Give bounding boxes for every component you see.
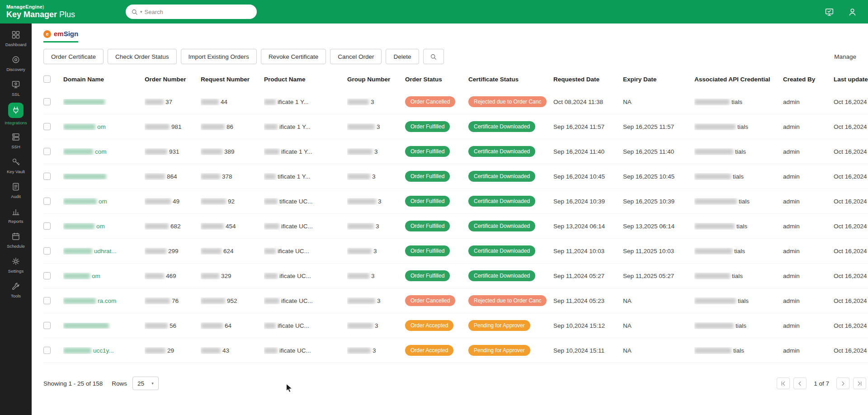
sidebar-item-discovery[interactable]: Discovery	[0, 51, 32, 76]
cancel-order-button[interactable]: Cancel Order	[330, 49, 382, 64]
search-scope-chevron-icon[interactable]: ▾	[140, 9, 142, 14]
redacted-text	[63, 124, 95, 130]
sidebar-item-integrations[interactable]: Integrations	[0, 101, 32, 128]
import-existing-orders-button[interactable]: Import Existing Orders	[181, 49, 257, 64]
toolbar-search-button[interactable]	[423, 49, 444, 64]
sidebar-item-audit[interactable]: Audit	[0, 178, 32, 203]
column-header-domain-name[interactable]: Domain Name	[63, 76, 145, 83]
group-number: 3	[374, 148, 378, 155]
domain-link[interactable]: om	[99, 198, 107, 205]
table-row: ucc1y...2943ificate UC...3Order Accepted…	[43, 338, 868, 363]
sidebar-item-settings[interactable]: Settings	[0, 253, 32, 278]
group-number: 3	[377, 297, 381, 304]
product-name: ificate UC...	[278, 322, 309, 329]
table-row: udhrat...299624ificate UC...3Order Fulfi…	[43, 239, 868, 264]
prev-page-button[interactable]	[793, 377, 807, 389]
manage-link[interactable]: Manage	[834, 53, 856, 60]
expiry-date: Sep 16,2025 11:40	[623, 148, 674, 155]
calendar-icon	[11, 231, 21, 241]
last-updated: Oct 16,2024	[834, 148, 867, 155]
column-header-expiry-date[interactable]: Expiry Date	[623, 76, 694, 83]
redacted-text	[63, 99, 105, 105]
expiry-date: Sep 16,2025 10:45	[623, 173, 675, 180]
tab-emsign[interactable]: e emSign	[43, 30, 78, 42]
sidebar-item-dashboard[interactable]: Dashboard	[0, 26, 32, 51]
sidebar-item-reports[interactable]: Reports	[0, 203, 32, 228]
chevron-down-icon: ▾	[151, 381, 154, 386]
column-header-request-number[interactable]: Request Number	[201, 76, 264, 83]
certificate-status-badge: Certificate Downloaded	[468, 270, 535, 281]
expiry-date: NA	[623, 347, 632, 354]
expiry-date: Sep 13,2025 06:14	[623, 223, 675, 230]
domain-link[interactable]: udhrat...	[94, 248, 117, 255]
column-header-certificate-status[interactable]: Certificate Status	[468, 76, 553, 83]
redacted-text	[145, 149, 167, 155]
expiry-date: NA	[623, 297, 632, 304]
redacted-text	[63, 198, 97, 204]
certificate-status-badge: Rejected due to Order Canc	[468, 96, 547, 107]
column-header-order-status[interactable]: Order Status	[405, 76, 468, 83]
sidebar-item-ssh[interactable]: SSH	[0, 128, 32, 153]
row-checkbox[interactable]	[43, 297, 51, 304]
expiry-date: Sep 11,2025 05:27	[623, 273, 674, 279]
table-footer: Showing 1 - 25 of 158 Rows 25 ▾ 1 of 7	[43, 377, 866, 390]
sidebar-item-ssl[interactable]: SSL	[0, 76, 32, 101]
created-by: admin	[783, 297, 800, 304]
column-header-last-updated[interactable]: Last updated	[834, 76, 868, 83]
redacted-text	[347, 124, 375, 130]
domain-link[interactable]: om	[96, 223, 105, 230]
domain-link[interactable]: om	[92, 273, 100, 279]
api-credential: tials	[733, 347, 744, 354]
requested-date: Sep 11,2024 05:27	[553, 273, 604, 279]
revoke-certificate-button[interactable]: Revoke Certificate	[261, 49, 326, 64]
brand-product-name: Key Manager	[6, 10, 57, 19]
order-certificate-button[interactable]: Order Certificate	[43, 49, 104, 64]
last-page-button[interactable]	[853, 377, 866, 389]
domain-link[interactable]: ucc1y...	[93, 347, 114, 354]
domain-link[interactable]: om	[97, 123, 106, 130]
row-checkbox[interactable]	[43, 322, 51, 329]
row-checkbox[interactable]	[43, 272, 51, 279]
main-content: e emSign Order CertificateCheck Order St…	[32, 0, 868, 390]
sidebar-item-key-vault[interactable]: Key Vault	[0, 153, 32, 178]
row-checkbox[interactable]	[43, 247, 51, 255]
domain-link[interactable]: ra.com	[98, 297, 116, 304]
column-header-group-number[interactable]: Group Number	[347, 76, 405, 83]
row-checkbox[interactable]	[43, 148, 51, 155]
check-order-status-button[interactable]: Check Order Status	[108, 49, 177, 64]
column-header-order-number[interactable]: Order Number	[145, 76, 201, 83]
row-checkbox[interactable]	[43, 347, 51, 354]
row-checkbox[interactable]	[43, 222, 51, 230]
column-header-requested-date[interactable]: Requested Date	[553, 76, 623, 83]
global-search[interactable]: ▾	[126, 5, 257, 19]
row-checkbox[interactable]	[43, 173, 51, 180]
monitor-icon[interactable]	[825, 7, 834, 17]
select-all-checkbox[interactable]	[43, 75, 51, 83]
delete-button[interactable]: Delete	[386, 49, 419, 64]
certificate-status-badge: Rejected due to Order Canc	[468, 295, 547, 306]
redacted-text	[201, 273, 219, 279]
redacted-text	[201, 248, 222, 254]
redacted-text	[347, 198, 376, 204]
request-number: 44	[221, 99, 227, 105]
column-header-associated-api-credential[interactable]: Associated API Credential	[694, 76, 783, 83]
row-checkbox[interactable]	[43, 98, 51, 105]
domain-link[interactable]: com	[95, 148, 107, 155]
column-header-created-by[interactable]: Created By	[783, 76, 834, 83]
reports-icon	[11, 207, 21, 217]
rows-per-page-select[interactable]: 25 ▾	[132, 377, 159, 390]
user-icon[interactable]	[848, 7, 857, 17]
sidebar-item-schedule[interactable]: Schedule	[0, 228, 32, 253]
global-search-input[interactable]	[145, 9, 251, 15]
redacted-text	[264, 174, 276, 179]
column-header-product-name[interactable]: Product Name	[264, 76, 347, 83]
sidebar-item-tools[interactable]: Tools	[0, 278, 32, 302]
first-page-button[interactable]	[777, 377, 790, 389]
group-number: 3	[377, 123, 380, 130]
row-checkbox[interactable]	[43, 123, 51, 130]
next-page-button[interactable]	[836, 377, 849, 389]
row-checkbox[interactable]	[43, 198, 51, 205]
redacted-text	[264, 99, 276, 105]
gear-icon	[11, 256, 21, 266]
brand-swoosh: )	[42, 5, 44, 9]
